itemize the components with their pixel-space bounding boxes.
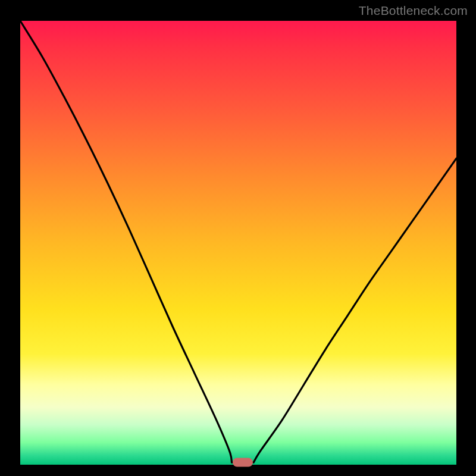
optimal-marker [233, 458, 253, 467]
plot-area [20, 21, 456, 465]
bottleneck-curve [20, 21, 456, 462]
curve-svg [20, 21, 456, 465]
watermark-text: TheBottleneck.com [359, 4, 468, 18]
chart-frame: TheBottleneck.com [0, 0, 476, 476]
